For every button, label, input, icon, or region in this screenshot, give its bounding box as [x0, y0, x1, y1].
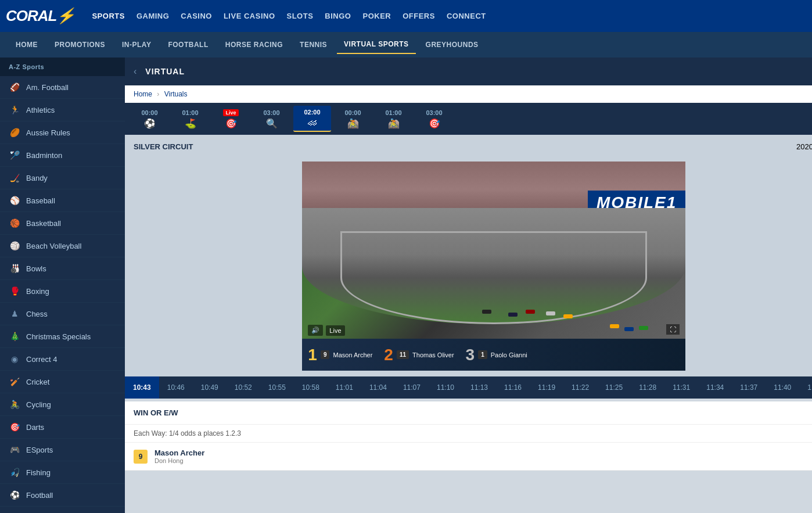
virtual-header: ‹ VIRTUAL [125, 58, 812, 85]
time-strip-1122[interactable]: 11:22 [563, 376, 597, 399]
slot-icon-1: ⛳ [185, 118, 196, 129]
sidebar-item-aussie-rules[interactable]: 🏉 Aussie Rules [0, 121, 125, 144]
sidebar-label: Athletics [26, 106, 55, 114]
sec-nav-horse-racing[interactable]: HORSE RACING [218, 36, 290, 53]
time-strip-1125[interactable]: 11:25 [597, 376, 631, 399]
sec-nav-greyhounds[interactable]: GREYHOUNDS [419, 36, 486, 53]
sec-nav-football[interactable]: FOOTBALL [161, 36, 215, 53]
time-strip-1049[interactable]: 10:49 [193, 376, 227, 399]
race-name: SILVER CIRCUIT [134, 142, 193, 151]
sidebar-item-cricket[interactable]: 🏏 Cricket [0, 371, 125, 393]
expand-button[interactable]: ⛶ [666, 324, 680, 335]
time-strip-1107[interactable]: 11:07 [395, 376, 429, 399]
time-slot-5[interactable]: 00:00 🚵 [334, 106, 372, 132]
betting-header[interactable]: WIN OR E/W ∧ [125, 401, 812, 425]
time-slot-6[interactable]: 01:00 🚵 [375, 106, 412, 132]
sec-nav-home[interactable]: HOME [9, 36, 45, 53]
pos-number-2: 2 [384, 346, 393, 364]
sec-nav-tennis[interactable]: TENNIS [293, 36, 334, 53]
sidebar-label: Darts [26, 423, 44, 432]
slot-icon-live: 🎯 [225, 118, 237, 129]
nav-item-slots[interactable]: SLOTS [287, 12, 314, 20]
nav-item-casino[interactable]: CASINO [181, 12, 212, 20]
sidebar-item-esports[interactable]: 🎮 ESports [0, 439, 125, 461]
sidebar-item-baseball[interactable]: ⚾ Baseball [0, 189, 125, 212]
sidebar-item-fishing[interactable]: 🎣 Fishing [0, 461, 125, 484]
time-strip-1113[interactable]: 11:13 [462, 376, 496, 399]
driver-num-3: 1 [478, 350, 487, 359]
nav-item-bingo[interactable]: BINGO [325, 12, 351, 20]
sidebar-item-chess[interactable]: ♟ Chess [0, 303, 125, 325]
sidebar-label: ESports [26, 446, 53, 454]
driver-info-0: Mason Archer Don Hong [155, 449, 204, 464]
sidebar-item-christmas-specials[interactable]: 🎄 Christmas Specials [0, 325, 125, 348]
sidebar-label: Baseball [26, 196, 55, 205]
brand-logo[interactable]: CORAL⚡ [6, 7, 74, 25]
sidebar-item-cycling[interactable]: 🚴 Cycling [0, 393, 125, 416]
live-button[interactable]: Live [326, 325, 344, 336]
time-strip-1116[interactable]: 11:16 [496, 376, 530, 399]
driver-name-2: Thomas Oliver [412, 351, 454, 358]
time-strip-1043[interactable]: 10:43 [125, 376, 159, 399]
time-slot-7[interactable]: 03:00 🎯 [415, 106, 453, 132]
driver-num-2: 11 [397, 350, 409, 359]
time-slot-active[interactable]: 02:00 🏎 [293, 106, 331, 132]
sidebar-label: Football [26, 491, 53, 500]
back-button[interactable]: ‹ [134, 66, 136, 77]
sidebar-item-athletics[interactable]: 🏃 Athletics [0, 99, 125, 121]
sidebar-item-beach-volleyball[interactable]: 🏐 Beach Volleyball [0, 235, 125, 257]
sec-nav-virtual-sports[interactable]: VIRTUAL SPORTS [337, 35, 415, 54]
time-strip-1046[interactable]: 10:46 [159, 376, 193, 399]
time-strip-1140[interactable]: 11:40 [766, 376, 799, 399]
sidebar-item-badminton[interactable]: 🏸 Badminton [0, 144, 125, 167]
athletics-icon: 🏃 [9, 104, 20, 116]
nav-item-sports[interactable]: SPORTS [92, 12, 124, 20]
nav-item-poker[interactable]: POKER [362, 12, 391, 20]
nav-item-offers[interactable]: OFFERS [403, 12, 435, 20]
nav-item-connect[interactable]: CONNECT [447, 12, 486, 20]
breadcrumb-current: Virtuals [164, 90, 188, 98]
track-bg [302, 208, 685, 324]
sidebar-item-football[interactable]: ⚽ Football [0, 484, 125, 507]
sidebar-label: Cycling [26, 400, 51, 409]
time-strip-1058[interactable]: 10:58 [294, 376, 328, 399]
sidebar-item-am-football[interactable]: 🏈 Am. Football [0, 76, 125, 99]
car-8 [639, 326, 648, 330]
sidebar-label: Aussie Rules [26, 128, 70, 137]
sidebar-item-basketball[interactable]: 🏀 Basketball [0, 212, 125, 235]
time-strip-1128[interactable]: 11:28 [631, 376, 664, 399]
sec-nav-in-play[interactable]: IN-PLAY [115, 36, 158, 53]
video-frame: MOBILE1 [302, 162, 685, 371]
time-strip-1101[interactable]: 11:01 [328, 376, 361, 399]
top-nav: CORAL⚡ SPORTS GAMING CASINO LIVE CASINO … [0, 0, 812, 32]
sidebar-item-bandy[interactable]: 🏒 Bandy [0, 167, 125, 189]
nav-item-gaming[interactable]: GAMING [136, 12, 169, 20]
time-slot-0[interactable]: 00:00 ⚽ [131, 106, 168, 132]
sec-nav-promotions[interactable]: PROMOTIONS [48, 36, 112, 53]
time-strip-1104[interactable]: 11:04 [361, 376, 395, 399]
sidebar-item-correct-4[interactable]: ◉ Correct 4 [0, 348, 125, 371]
sidebar-item-darts[interactable]: 🎯 Darts [0, 416, 125, 439]
time-strip-1110[interactable]: 11:10 [429, 376, 462, 399]
soccer-icon: ⚽ [9, 489, 20, 501]
sidebar-label: Bowls [26, 264, 46, 273]
time-slot-3[interactable]: 03:00 🔍 [253, 106, 290, 132]
nav-item-live-casino[interactable]: LIVE CASINO [224, 12, 275, 20]
time-strip-1052[interactable]: 10:52 [227, 376, 260, 399]
sidebar-item-bowls[interactable]: 🎳 Bowls [0, 257, 125, 280]
time-strip-1055[interactable]: 10:55 [260, 376, 294, 399]
slot-icon-active: 🏎 [308, 117, 317, 128]
time-strip-1131[interactable]: 11:31 [664, 376, 698, 399]
time-strip-1137[interactable]: 11:37 [732, 376, 766, 399]
time-slot-1[interactable]: 01:00 ⛳ [171, 106, 209, 132]
time-strip-1143[interactable]: 11:43 [799, 376, 812, 399]
slot-icon-3: 🔍 [266, 118, 278, 129]
volume-button[interactable]: 🔊 [308, 325, 323, 336]
time-strip-1134[interactable]: 11:34 [698, 376, 732, 399]
pos-number-3: 3 [466, 346, 475, 364]
time-strip-1119[interactable]: 11:19 [530, 376, 563, 399]
breadcrumb-home[interactable]: Home [134, 90, 152, 98]
time-slot-live[interactable]: Live 🎯 [212, 106, 250, 132]
sidebar-item-boxing[interactable]: 🥊 Boxing [0, 280, 125, 303]
race-pos-2: 2 11 Thomas Oliver [384, 346, 454, 364]
